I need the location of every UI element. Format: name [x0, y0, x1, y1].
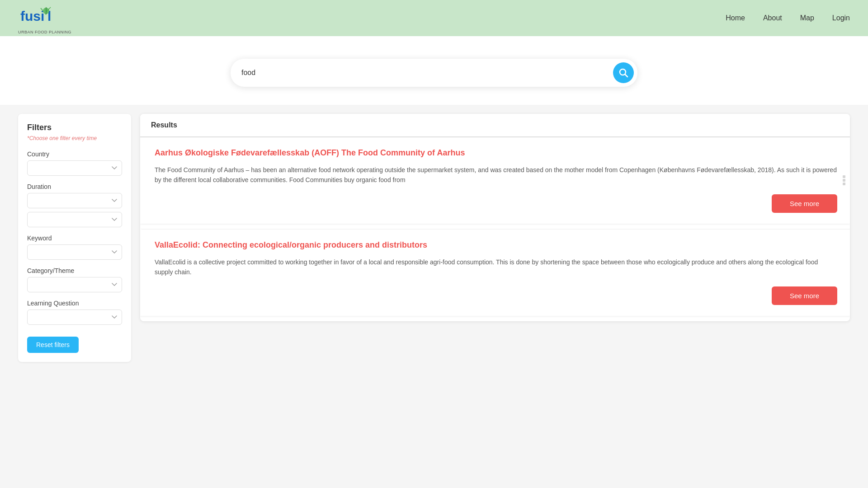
keyword-label: Keyword	[27, 235, 122, 242]
results-area: Results Aarhus Økologiske Fødevarefælles…	[140, 114, 850, 412]
search-section	[0, 36, 868, 105]
nav-map[interactable]: Map	[800, 14, 814, 22]
main-nav: Home About Map Login	[726, 14, 850, 22]
header: fusi l URBAN FOOD PLANNING Home About Ma…	[0, 0, 868, 36]
filter-country: Country	[27, 150, 122, 176]
svg-text:fusi: fusi	[20, 9, 44, 23]
result-card-1: Aarhus Økologiske Fødevarefællesskab (AO…	[140, 137, 850, 224]
main-content: Filters *Choose one filter every time Co…	[0, 105, 868, 421]
result-card-2: VallaEcolid: Connecting ecological/organ…	[140, 229, 850, 316]
keyword-select[interactable]	[27, 244, 122, 260]
search-input[interactable]	[241, 69, 613, 77]
category-label: Category/Theme	[27, 267, 122, 274]
scroll-indicator-1	[843, 175, 845, 185]
sidebar: Filters *Choose one filter every time Co…	[18, 114, 131, 362]
country-label: Country	[27, 150, 122, 158]
learning-select[interactable]	[27, 310, 122, 325]
category-select[interactable]	[27, 277, 122, 292]
filter-keyword: Keyword	[27, 235, 122, 260]
filter-learning: Learning Question	[27, 300, 122, 325]
learning-label: Learning Question	[27, 300, 122, 307]
sidebar-title: Filters	[27, 123, 122, 132]
country-select[interactable]	[27, 160, 122, 176]
duration-select-1[interactable]	[27, 193, 122, 208]
logo-subtitle: URBAN FOOD PLANNING	[18, 30, 71, 34]
search-button[interactable]	[613, 62, 634, 83]
see-more-button-2[interactable]: See more	[772, 286, 837, 305]
filter-duration: Duration	[27, 183, 122, 227]
duration-label: Duration	[27, 183, 122, 190]
result-title-2: VallaEcolid: Connecting ecological/organ…	[155, 240, 837, 250]
result-actions-1: See more	[155, 194, 837, 213]
logo-area: fusi l URBAN FOOD PLANNING	[18, 2, 71, 34]
results-title: Results	[151, 121, 177, 129]
results-header: Results	[140, 114, 850, 137]
filter-category: Category/Theme	[27, 267, 122, 292]
duration-select-2[interactable]	[27, 212, 122, 227]
logo-svg: fusi l	[18, 2, 63, 29]
see-more-button-1[interactable]: See more	[772, 194, 837, 213]
nav-home[interactable]: Home	[726, 14, 745, 22]
nav-login[interactable]: Login	[832, 14, 850, 22]
nav-about[interactable]: About	[763, 14, 782, 22]
result-actions-2: See more	[155, 286, 837, 305]
result-text-2: VallaEcolid is a collective project comm…	[155, 257, 837, 277]
search-icon	[618, 68, 628, 78]
result-title-1: Aarhus Økologiske Fødevarefællesskab (AO…	[155, 148, 837, 158]
logo: fusi l	[18, 2, 63, 29]
result-text-1: The Food Community of Aarhus – has been …	[155, 165, 837, 185]
search-bar	[231, 59, 637, 87]
reset-filters-button[interactable]: Reset filters	[27, 337, 79, 353]
results-container: Results Aarhus Økologiske Fødevarefælles…	[140, 114, 850, 321]
svg-line-5	[625, 75, 628, 77]
sidebar-hint: *Choose one filter every time	[27, 135, 122, 141]
